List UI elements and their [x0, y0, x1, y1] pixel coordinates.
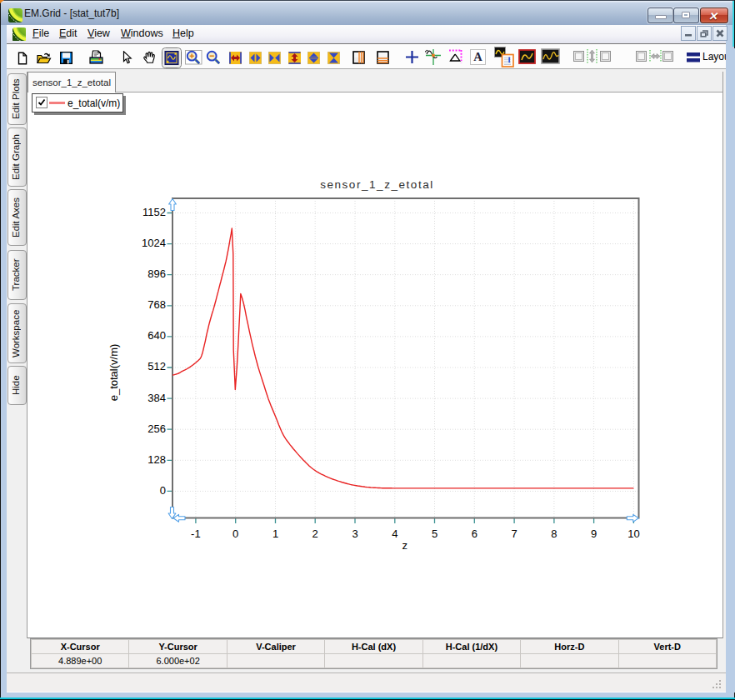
- svg-text:384: 384: [148, 392, 166, 404]
- svg-text:sensor_1_z_etotal: sensor_1_z_etotal: [320, 178, 434, 191]
- svg-text:128: 128: [148, 453, 166, 466]
- svg-text:512: 512: [148, 360, 166, 372]
- svg-text:640: 640: [148, 329, 166, 342]
- svg-text:5: 5: [432, 528, 438, 540]
- svg-text:1152: 1152: [142, 206, 166, 218]
- svg-text:4: 4: [392, 528, 398, 540]
- svg-text:7: 7: [511, 528, 517, 540]
- svg-text:e_total(v/m): e_total(v/m): [108, 344, 120, 402]
- svg-text:2: 2: [312, 528, 318, 540]
- svg-text:0: 0: [160, 484, 166, 497]
- svg-text:1024: 1024: [142, 237, 166, 249]
- svg-text:z: z: [402, 539, 408, 552]
- svg-text:A: A: [473, 50, 482, 63]
- svg-text:6: 6: [472, 528, 478, 540]
- svg-text:0: 0: [232, 528, 238, 540]
- svg-text:256: 256: [148, 422, 166, 435]
- svg-text:8: 8: [551, 528, 557, 540]
- svg-text:9: 9: [591, 528, 597, 540]
- svg-text:768: 768: [148, 298, 166, 311]
- svg-text:1: 1: [272, 528, 278, 540]
- svg-text:-1: -1: [191, 528, 201, 540]
- svg-text:3: 3: [352, 528, 358, 540]
- svg-text:10: 10: [628, 528, 639, 540]
- svg-text:896: 896: [148, 268, 166, 280]
